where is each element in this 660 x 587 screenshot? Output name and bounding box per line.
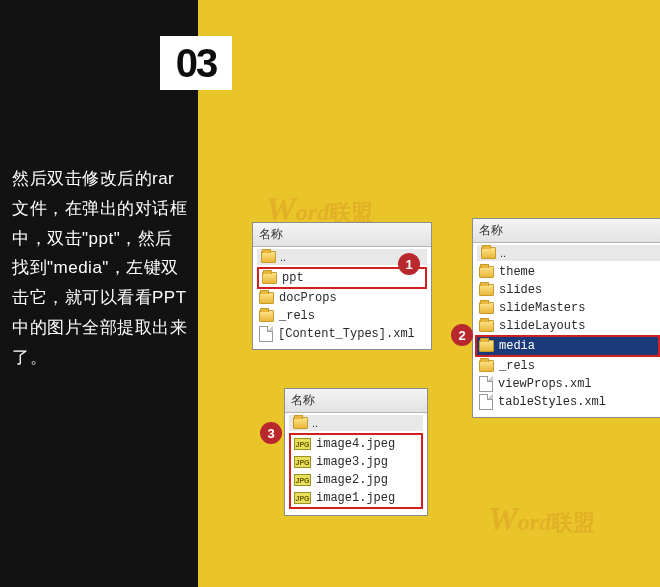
step-number-badge: 03 [160, 36, 232, 90]
panel-header: 名称 [473, 219, 660, 243]
list-item[interactable]: ppt [260, 269, 424, 287]
jpg-icon: JPG [294, 456, 311, 468]
parent-dir-row[interactable]: .. [289, 415, 423, 431]
file-panel-2: 名称 .. theme slides slideMasters slideLay… [472, 218, 660, 418]
panel-header: 名称 [253, 223, 431, 247]
folder-icon [479, 302, 494, 314]
panel-body: .. JPGimage4.jpeg JPGimage3.jpg JPGimage… [285, 413, 427, 515]
watermark-logo: Word联盟 [488, 500, 595, 538]
jpg-icon: JPG [294, 492, 311, 504]
step-marker-1: 1 [398, 253, 420, 275]
file-panel-3: 名称 .. JPGimage4.jpeg JPGimage3.jpg JPGim… [284, 388, 428, 516]
folder-icon [262, 272, 277, 284]
panel-body: .. theme slides slideMasters slideLayout… [473, 243, 660, 417]
jpg-icon: JPG [294, 474, 311, 486]
folder-icon [479, 284, 494, 296]
list-item-selected[interactable]: media [477, 337, 658, 355]
folder-icon [259, 310, 274, 322]
file-icon [479, 376, 493, 392]
list-item[interactable]: docProps [257, 289, 427, 307]
step-marker-3: 3 [260, 422, 282, 444]
jpg-icon: JPG [294, 438, 311, 450]
list-item[interactable]: slides [477, 281, 660, 299]
folder-icon [293, 417, 308, 429]
file-icon [479, 394, 493, 410]
folder-icon [481, 247, 496, 259]
folder-icon [261, 251, 276, 263]
list-item[interactable]: tableStyles.xml [477, 393, 660, 411]
list-item[interactable]: JPGimage3.jpg [292, 453, 420, 471]
step-marker-2: 2 [451, 324, 473, 346]
list-item[interactable]: JPGimage2.jpg [292, 471, 420, 489]
list-item[interactable]: _rels [257, 307, 427, 325]
list-item[interactable]: [Content_Types].xml [257, 325, 427, 343]
parent-dir-row[interactable]: .. [477, 245, 660, 261]
instruction-text: 然后双击修改后的rar文件，在弹出的对话框中，双击"ppt"，然后找到"medi… [12, 164, 190, 372]
folder-icon [259, 292, 274, 304]
list-item[interactable]: slideLayouts [477, 317, 660, 335]
list-item[interactable]: viewProps.xml [477, 375, 660, 393]
list-item[interactable]: theme [477, 263, 660, 281]
list-item[interactable]: slideMasters [477, 299, 660, 317]
folder-icon [479, 320, 494, 332]
list-item[interactable]: JPGimage4.jpeg [292, 435, 420, 453]
list-item[interactable]: _rels [477, 357, 660, 375]
folder-icon [479, 266, 494, 278]
file-panel-1: 名称 .. ppt docProps _rels [Content_Types]… [252, 222, 432, 350]
folder-icon [479, 360, 494, 372]
list-item[interactable]: JPGimage1.jpeg [292, 489, 420, 507]
panel-header: 名称 [285, 389, 427, 413]
file-icon [259, 326, 273, 342]
folder-icon [479, 340, 494, 352]
